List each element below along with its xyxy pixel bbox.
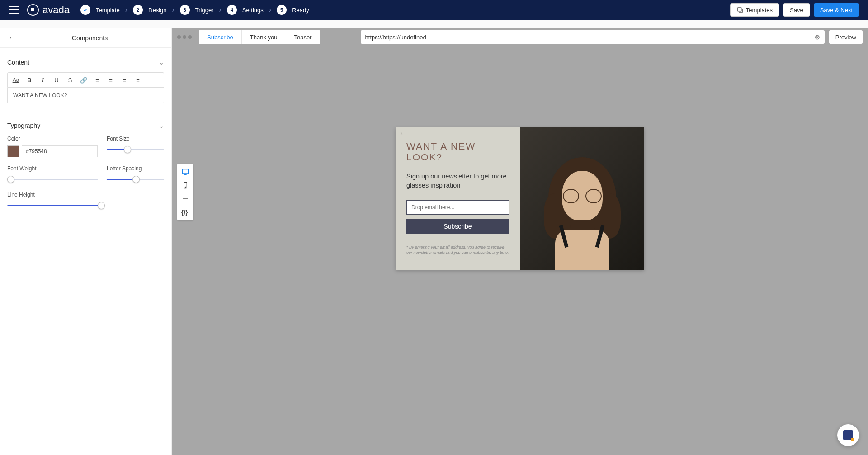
url-input[interactable] xyxy=(365,34,815,41)
typography-controls: Color Font Size Font Weight xyxy=(7,136,164,210)
popup-subscribe-button[interactable]: Subscribe xyxy=(406,219,509,234)
typography-section-header[interactable]: Typography ⌄ xyxy=(7,118,164,136)
line-height-label: Line Height xyxy=(7,192,164,198)
font-size-control: Font Size xyxy=(107,136,164,157)
minimize-icon[interactable] xyxy=(181,195,189,202)
align-center-icon[interactable]: ≡ xyxy=(107,77,114,84)
popup-image[interactable] xyxy=(520,127,644,270)
logo-icon xyxy=(27,4,39,16)
desktop-icon[interactable] xyxy=(181,168,189,175)
view-tabs: Subscribe Thank you Teaser xyxy=(199,30,320,44)
back-arrow-icon[interactable]: ← xyxy=(8,33,16,42)
font-weight-slider[interactable] xyxy=(7,175,98,183)
step-label: Trigger xyxy=(195,7,214,14)
font-weight-control: Font Weight xyxy=(7,165,98,183)
color-control: Color xyxy=(7,136,98,157)
align-right-icon[interactable]: ≡ xyxy=(121,77,128,84)
device-switcher: {/} xyxy=(177,164,193,220)
chevron-down-icon: ⌄ xyxy=(159,59,164,66)
wizard-steps: Template › 2 Design › 3 Trigger › 4 Sett… xyxy=(80,5,309,15)
popup-email-input[interactable] xyxy=(406,200,509,215)
step-trigger[interactable]: 3 Trigger xyxy=(180,5,214,15)
help-button[interactable] xyxy=(837,424,859,446)
sub-bar xyxy=(0,20,868,28)
chevron-down-icon: ⌄ xyxy=(159,122,164,129)
save-button[interactable]: Save xyxy=(783,3,810,17)
topbar-actions: Templates Save Save & Next xyxy=(730,3,859,17)
line-height-control: Line Height xyxy=(7,192,164,210)
mobile-icon[interactable] xyxy=(181,182,189,189)
canvas-toolbar: Subscribe Thank you Teaser ⊗ Preview xyxy=(172,28,868,46)
step-badge: 5 xyxy=(277,5,287,15)
content-text-input[interactable] xyxy=(7,88,164,103)
step-badge: 2 xyxy=(133,5,143,15)
tab-teaser[interactable]: Teaser xyxy=(286,30,320,44)
link-icon[interactable]: 🔗 xyxy=(80,77,87,84)
top-navigation-bar: avada Template › 2 Design › 3 Trigger › … xyxy=(0,0,868,20)
step-badge-done xyxy=(80,5,90,15)
chevron-right-icon: › xyxy=(269,6,271,14)
letter-spacing-control: Letter Spacing xyxy=(107,165,164,183)
svg-point-3 xyxy=(185,187,185,187)
menu-icon[interactable] xyxy=(9,6,19,14)
sidebar-header: ← Components xyxy=(0,28,171,48)
typography-section: Typography ⌄ Color Font Size xyxy=(7,118,164,218)
popup-content: x WANT A NEW LOOK? Sign up our newslette… xyxy=(396,127,520,270)
bold-icon[interactable]: B xyxy=(26,77,33,84)
step-label: Ready xyxy=(292,7,309,14)
preview-canvas: Subscribe Thank you Teaser ⊗ Preview {/}… xyxy=(172,28,868,455)
font-weight-label: Font Weight xyxy=(7,165,98,172)
strikethrough-icon[interactable]: S xyxy=(66,77,74,84)
chevron-right-icon: › xyxy=(219,6,222,14)
templates-button[interactable]: Templates xyxy=(730,3,779,17)
font-case-icon[interactable]: Aa xyxy=(12,77,19,83)
font-size-label: Font Size xyxy=(107,136,164,142)
chevron-right-icon: › xyxy=(125,6,127,14)
url-field: ⊗ xyxy=(361,30,825,44)
font-size-slider[interactable] xyxy=(107,145,164,154)
popup-close-icon[interactable]: x xyxy=(400,130,403,136)
content-section-header[interactable]: Content ⌄ xyxy=(7,55,164,72)
color-swatch[interactable] xyxy=(7,145,19,157)
step-badge: 4 xyxy=(227,5,237,15)
popup-title[interactable]: WANT A NEW LOOK? xyxy=(406,141,509,163)
step-label: Design xyxy=(148,7,166,14)
clear-url-icon[interactable]: ⊗ xyxy=(815,33,820,41)
line-height-slider[interactable] xyxy=(7,202,101,210)
underline-icon[interactable]: U xyxy=(53,77,60,84)
letter-spacing-label: Letter Spacing xyxy=(107,165,164,172)
window-dots-icon xyxy=(177,35,192,39)
brand-logo[interactable]: avada xyxy=(27,4,70,16)
templates-icon xyxy=(737,7,743,13)
color-hex-input[interactable] xyxy=(22,145,98,157)
tab-subscribe[interactable]: Subscribe xyxy=(199,30,242,44)
step-badge: 3 xyxy=(180,5,190,15)
italic-icon[interactable]: I xyxy=(39,76,47,84)
svg-rect-1 xyxy=(182,169,188,174)
text-format-toolbar: Aa B I U S 🔗 ≡ ≡ ≡ ≡ xyxy=(7,72,164,88)
step-label: Settings xyxy=(242,7,264,14)
step-label: Template xyxy=(96,7,120,14)
color-label: Color xyxy=(7,136,98,142)
sidebar-title: Components xyxy=(16,34,163,42)
popup-footer-text[interactable]: * By entering your email address, you ag… xyxy=(406,244,509,256)
code-icon[interactable]: {/} xyxy=(181,209,189,216)
save-next-button[interactable]: Save & Next xyxy=(814,3,859,17)
step-ready[interactable]: 5 Ready xyxy=(277,5,309,15)
popup-preview[interactable]: x WANT A NEW LOOK? Sign up our newslette… xyxy=(396,127,644,270)
components-sidebar: ← Components Content ⌄ Aa B I U S 🔗 ≡ ≡ xyxy=(0,28,172,455)
main-layout: ← Components Content ⌄ Aa B I U S 🔗 ≡ ≡ xyxy=(0,28,868,455)
step-template[interactable]: Template xyxy=(80,5,120,15)
align-justify-icon[interactable]: ≡ xyxy=(134,77,142,84)
svg-rect-0 xyxy=(738,8,741,11)
popup-subtitle[interactable]: Sign up our newsletter to get more glass… xyxy=(406,172,509,190)
tab-thank-you[interactable]: Thank you xyxy=(242,30,286,44)
step-design[interactable]: 2 Design xyxy=(133,5,166,15)
letter-spacing-slider[interactable] xyxy=(107,175,164,183)
content-section: Content ⌄ Aa B I U S 🔗 ≡ ≡ ≡ ≡ xyxy=(7,55,164,112)
step-settings[interactable]: 4 Settings xyxy=(227,5,264,15)
align-left-icon[interactable]: ≡ xyxy=(94,77,101,84)
chevron-right-icon: › xyxy=(172,6,175,14)
brand-name: avada xyxy=(42,4,70,16)
preview-button[interactable]: Preview xyxy=(829,30,863,44)
